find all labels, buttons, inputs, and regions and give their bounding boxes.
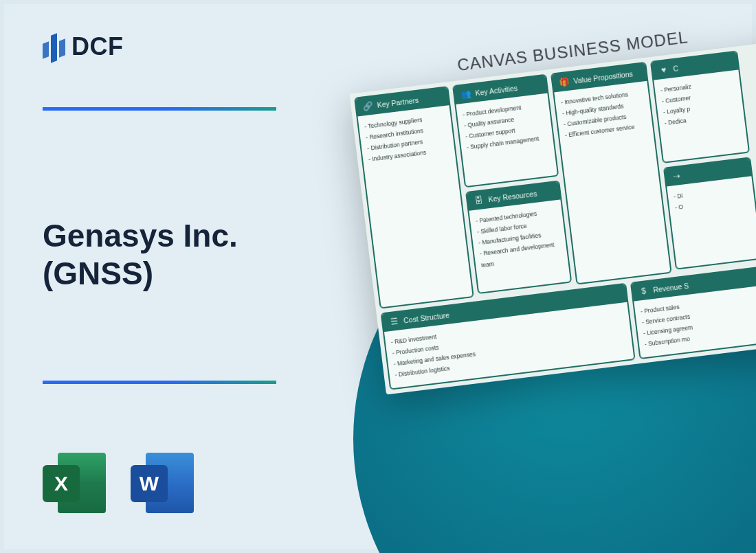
card-label: Value Propositions	[573, 69, 634, 84]
logo-mark-icon	[43, 30, 66, 63]
card-customer-relationships: ♥ C Personaliz Customer Loyalty p Dedica	[650, 50, 750, 163]
heart-icon: ♥	[658, 64, 670, 76]
card-label: C	[673, 64, 679, 73]
logo-text: DCF	[71, 32, 124, 61]
excel-badge: X	[43, 465, 80, 502]
title-line-1: Genasys Inc.	[43, 217, 238, 255]
money-icon: $	[638, 285, 650, 297]
page-title: Genasys Inc. (GNSS)	[43, 217, 238, 293]
link-icon: 🔗	[362, 100, 374, 113]
title-line-2: (GNSS)	[43, 255, 238, 293]
database-icon: 🗄	[473, 194, 485, 207]
card-label: Revenue S	[653, 282, 689, 294]
sliders-icon: ☰	[388, 315, 400, 328]
truck-icon: ⇢	[671, 170, 683, 183]
gift-icon: 🎁	[558, 76, 570, 89]
file-format-icons: X W	[43, 450, 199, 516]
word-icon: W	[131, 450, 199, 516]
card-key-activities: 👥 Key Activities Product development Qua…	[452, 74, 559, 188]
business-model-canvas: 🔗 Key Partners Technology suppliers Rese…	[349, 38, 756, 394]
divider-bottom	[43, 381, 276, 384]
word-badge: W	[131, 465, 168, 502]
excel-icon: X	[43, 450, 111, 516]
activity-icon: 👥	[460, 88, 472, 100]
brand-logo: DCF	[43, 30, 124, 63]
card-label: Key Activities	[475, 84, 518, 97]
card-label: Key Partners	[377, 96, 419, 109]
page-frame: DCF Genasys Inc. (GNSS) X W CANVAS BUSIN…	[4, 4, 752, 549]
card-key-resources: 🗄 Key Resources Patented technologies Sk…	[465, 180, 572, 294]
divider-top	[43, 107, 276, 111]
card-label: Cost Structure	[403, 311, 449, 324]
card-partial-channels: ⇢ Di O	[663, 157, 756, 269]
canvas-preview: CANVAS BUSINESS MODEL 🔗 Key Partners Tec…	[346, 14, 756, 394]
card-label: Key Resources	[488, 190, 537, 204]
